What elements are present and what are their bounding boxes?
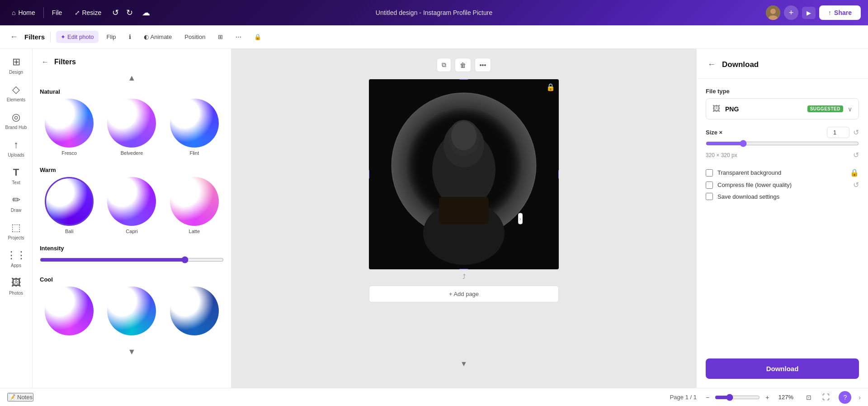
undo-button[interactable]: ↺ <box>109 5 122 20</box>
right-collapse-handle[interactable]: › <box>859 394 861 401</box>
sidebar-item-draw[interactable]: ✏ Draw <box>2 191 31 216</box>
flip-button[interactable]: Flip <box>102 31 121 43</box>
filter-belvedere-preview <box>107 99 156 148</box>
toolbar-back-button[interactable]: ← <box>7 29 21 44</box>
toolbar-title: Filters <box>24 33 45 41</box>
file-type-dropdown[interactable]: 🖼 PNG SUGGESTED ∨ <box>706 98 859 119</box>
home-button[interactable]: ⌂ Home <box>7 6 40 19</box>
save-settings-row: Save download settings <box>706 191 859 202</box>
more-options-button[interactable]: ⋯ <box>231 31 246 43</box>
duplicate-canvas-button[interactable]: ⧉ <box>437 58 451 72</box>
position-button[interactable]: Position <box>180 31 210 43</box>
compress-checkbox[interactable] <box>706 182 713 189</box>
compress-info-icon[interactable]: ↺ <box>853 181 859 189</box>
filters-back-button[interactable]: ← <box>40 56 51 68</box>
size-input[interactable] <box>827 127 849 138</box>
size-reset-button[interactable]: ↺ <box>853 128 859 137</box>
file-menu[interactable]: File <box>47 6 67 19</box>
animate-button[interactable]: ◐ Animate <box>139 31 177 43</box>
download-panel-body: File type 🖼 PNG SUGGESTED ∨ Size × ↺ <box>697 79 868 388</box>
filter-flint[interactable]: Flint <box>165 99 224 156</box>
scroll-up-button[interactable]: ▲ <box>128 73 136 83</box>
edit-photo-button[interactable]: ✦ Edit photo <box>56 31 99 43</box>
download-panel-back[interactable]: ← <box>706 58 717 71</box>
transparent-bg-checkbox[interactable] <box>706 169 713 177</box>
filter-cool2-preview <box>107 287 156 335</box>
scroll-down-area: ▼ <box>33 345 231 358</box>
edit-photo-icon: ✦ <box>61 33 66 40</box>
cloud-save-button[interactable]: ☁ <box>139 5 153 20</box>
save-settings-checkbox[interactable] <box>706 193 713 200</box>
sidebar-item-text[interactable]: T Text <box>2 163 31 189</box>
resize-button[interactable]: ⤢ Resize <box>70 6 106 19</box>
filter-fresco-label: Fresco <box>61 150 77 156</box>
filter-latte[interactable]: Latte <box>165 177 224 234</box>
fit-to-screen-button[interactable]: ⊡ <box>804 392 813 403</box>
share-button[interactable]: ↑ Share <box>819 5 861 20</box>
home-icon: ⌂ <box>12 9 15 16</box>
sidebar-item-apps[interactable]: ⋮⋮ Apps <box>2 246 31 272</box>
resize-icon: ⤢ <box>75 9 80 16</box>
notes-button[interactable]: 📝 Notes <box>7 393 33 401</box>
intensity-slider[interactable] <box>40 256 224 263</box>
sidebar-item-photos[interactable]: 🖼 Photos <box>2 273 31 299</box>
topbar-divider <box>43 7 44 18</box>
filter-cool1-preview <box>45 287 94 335</box>
sidebar-item-brand-hub[interactable]: ◎ Brand Hub <box>2 108 31 134</box>
zoom-out-button[interactable]: − <box>704 392 711 403</box>
filter-cool2[interactable] <box>102 287 161 338</box>
zoom-controls: − + 127% <box>704 392 797 403</box>
file-type-label: File type <box>706 88 859 95</box>
sidebar-item-uploads[interactable]: ↑ Uploads <box>2 135 31 161</box>
filter-fresco[interactable]: Fresco <box>40 99 99 156</box>
collapse-pages-button[interactable]: ▼ <box>460 360 467 368</box>
canvas-frame[interactable]: 🔒 ↻ <box>369 79 559 269</box>
add-collaborator-button[interactable]: + <box>784 5 798 20</box>
sidebar-item-elements[interactable]: ◇ Elements <box>2 80 31 106</box>
delete-canvas-button[interactable]: 🗑 <box>455 58 471 72</box>
svg-point-10 <box>451 121 476 150</box>
filter-belvedere[interactable]: Belvedere <box>102 99 161 156</box>
transparent-bg-info-icon[interactable]: 🔒 <box>850 168 859 177</box>
file-type-name: PNG <box>725 105 803 113</box>
avatar[interactable] <box>766 5 780 20</box>
filter-flint-label: Flint <box>189 150 199 156</box>
present-button[interactable]: ▶ <box>802 7 816 19</box>
sidebar-label-photos: Photos <box>9 291 23 296</box>
info-button[interactable]: ℹ <box>124 31 136 43</box>
topbar: ⌂ Home File ⤢ Resize ↺ ↻ ☁ Untitled desi… <box>0 0 868 25</box>
download-button[interactable]: Download <box>706 358 859 379</box>
help-button[interactable]: ? <box>839 391 851 404</box>
more-canvas-button[interactable]: ••• <box>475 58 491 72</box>
scroll-down-button[interactable]: ▼ <box>128 347 136 357</box>
page-indicator: Page 1 / 1 <box>670 394 697 401</box>
filter-flint-preview <box>170 99 219 148</box>
zoom-in-button[interactable]: + <box>764 392 771 403</box>
natural-filters-grid: Fresco Belvedere Flint <box>33 99 231 163</box>
projects-icon: ⬚ <box>11 222 21 234</box>
sidebar-item-design[interactable]: ⊞ Design <box>2 53 31 78</box>
checkerboard-button[interactable]: ⊞ <box>213 31 227 43</box>
sidebar-item-projects[interactable]: ⬚ Projects <box>2 218 31 244</box>
filter-capri[interactable]: Capri <box>102 177 161 234</box>
canvas-image <box>369 79 559 269</box>
toolbar: ← Filters ✦ Edit photo Flip ℹ ◐ Animate … <box>0 25 868 49</box>
add-page-button[interactable]: + Add page <box>369 286 559 302</box>
fullscreen-button[interactable]: ⛶ <box>821 392 831 403</box>
page-indicator-button[interactable]: ⤴ <box>462 273 466 280</box>
filter-cool1[interactable] <box>40 287 99 338</box>
filter-bali[interactable]: Bali <box>40 177 99 234</box>
intensity-section: Intensity <box>33 241 231 272</box>
sidebar-label-projects: Projects <box>8 235 24 240</box>
right-panel-collapse[interactable]: › <box>518 213 523 224</box>
zoom-level[interactable]: 127% <box>774 394 797 401</box>
filter-cool3[interactable] <box>165 287 224 338</box>
zoom-slider[interactable] <box>715 394 760 401</box>
size-info-button[interactable]: ↺ <box>853 151 859 159</box>
redo-button[interactable]: ↻ <box>123 5 136 20</box>
home-label: Home <box>18 9 35 16</box>
size-slider[interactable] <box>706 140 859 147</box>
filters-panel: ← Filters ▲ Natural Fresco Belvedere Fli… <box>33 49 231 388</box>
lock-button[interactable]: 🔒 <box>250 31 266 43</box>
file-type-section: File type 🖼 PNG SUGGESTED ∨ <box>706 88 859 119</box>
